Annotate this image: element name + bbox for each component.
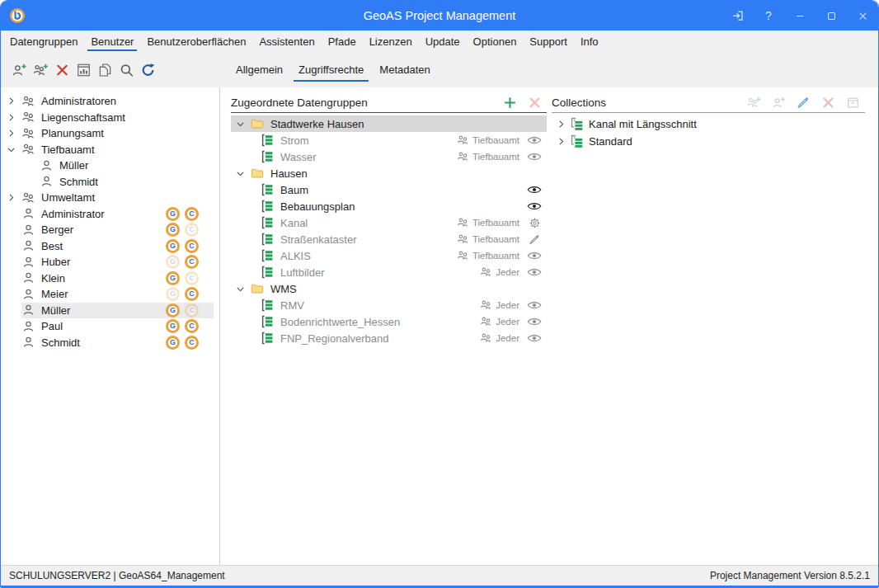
- group-row-planungsamt[interactable]: Planungsamt: [1, 125, 214, 142]
- close-button[interactable]: [847, 1, 878, 31]
- chevron-right-icon[interactable]: [1, 190, 21, 206]
- menu-item-pfade[interactable]: Pfade: [322, 31, 363, 52]
- datagroup-icon: [261, 299, 274, 312]
- group-row-tiefbauamt[interactable]: Tiefbauamt: [1, 142, 214, 158]
- chevron-down-icon[interactable]: [231, 165, 250, 181]
- eye-toggle[interactable]: [526, 152, 543, 162]
- chevron-down-icon[interactable]: [231, 280, 250, 297]
- twisty-spacer: [231, 264, 250, 280]
- user-row-meier[interactable]: MeierGC: [1, 286, 214, 303]
- member-row-schmidt[interactable]: Schmidt: [1, 174, 214, 191]
- user-icon: [21, 239, 35, 252]
- rights-badges: GC: [166, 239, 214, 253]
- folder-icon: [250, 117, 265, 130]
- menu-item-benutzeroberflachen[interactable]: Benutzeroberflächen: [140, 31, 252, 52]
- maximize-button[interactable]: [816, 1, 847, 31]
- eye-toggle[interactable]: [526, 185, 543, 195]
- report-button[interactable]: [73, 59, 94, 81]
- menu-item-info[interactable]: Info: [574, 31, 605, 52]
- eye-toggle[interactable]: [526, 267, 543, 277]
- chevron-right-icon[interactable]: [1, 93, 21, 110]
- eye-toggle[interactable]: [526, 135, 543, 145]
- copy-button[interactable]: [94, 59, 115, 81]
- delete-collection-button[interactable]: [821, 96, 835, 110]
- chevron-right-icon[interactable]: [1, 125, 21, 142]
- menu-item-support[interactable]: Support: [523, 31, 574, 52]
- menu-item-optionen[interactable]: Optionen: [467, 31, 524, 52]
- layer-row-bebauungsplan[interactable]: Bebauungsplan: [231, 198, 547, 214]
- add-datagroup-button[interactable]: [503, 96, 517, 110]
- menu-item-lizenzen[interactable]: Lizenzen: [363, 31, 419, 52]
- folder-row-wms[interactable]: WMS: [231, 280, 547, 297]
- owner-info: Tiefbauamt: [457, 134, 519, 146]
- help-button[interactable]: ?: [753, 1, 784, 31]
- gear-toggle[interactable]: [526, 217, 543, 229]
- login-button[interactable]: [722, 1, 753, 31]
- search-button[interactable]: [115, 59, 137, 81]
- chevron-right-icon[interactable]: [552, 115, 570, 133]
- layer-row-wasser[interactable]: WasserTiefbauamt: [231, 148, 547, 165]
- datagroup-label: ALKIS: [280, 250, 311, 262]
- add-group-button[interactable]: [30, 59, 51, 81]
- user-row-huber[interactable]: HuberGC: [1, 254, 214, 270]
- archive-collection-button[interactable]: [846, 96, 860, 110]
- group-row-liegenschaftsamt[interactable]: Liegenschaftsamt: [1, 110, 214, 126]
- chevron-right-icon[interactable]: [1, 110, 21, 126]
- delete-button[interactable]: [51, 59, 73, 81]
- add-collection-group-button[interactable]: [747, 96, 761, 110]
- tab-allgemein[interactable]: Allgemein: [231, 52, 288, 87]
- menu-item-benutzer[interactable]: Benutzer: [84, 31, 140, 52]
- layer-row-luftbilder[interactable]: LuftbilderJeder: [231, 264, 547, 280]
- user-row-best[interactable]: BestGC: [1, 238, 214, 255]
- collection-label: Standard: [589, 135, 632, 148]
- chevron-right-icon[interactable]: [552, 133, 570, 150]
- chevron-down-icon[interactable]: [1, 142, 21, 158]
- datagroup-icon: [261, 216, 274, 229]
- add-user-button[interactable]: [8, 59, 30, 81]
- layer-row-rmv[interactable]: RMVJeder: [231, 297, 547, 313]
- collection-row-kanal-mit-langsschnitt[interactable]: Kanal mit Längsschnitt: [552, 115, 865, 133]
- badge-c: C: [185, 287, 199, 301]
- layer-row-alkis[interactable]: ALKISTiefbauamt: [231, 247, 547, 264]
- menu-item-datengruppen[interactable]: Datengruppen: [3, 31, 84, 52]
- user-tree-label: Müller: [41, 304, 70, 317]
- eye-toggle[interactable]: [526, 201, 543, 211]
- datagroup-icon: [261, 332, 274, 345]
- eye-toggle[interactable]: [526, 300, 543, 310]
- menu-item-update[interactable]: Update: [419, 31, 467, 52]
- eye-toggle[interactable]: [526, 317, 543, 327]
- layer-row-strassenkataster[interactable]: StraßenkatasterTiefbauamt: [231, 231, 547, 247]
- layer-row-bodenrichtwerte-hessen[interactable]: Bodenrichtwerte_HessenJeder: [231, 313, 547, 330]
- refresh-button[interactable]: [137, 59, 158, 81]
- member-row-muller[interactable]: Müller: [1, 158, 214, 174]
- edit-collection-button[interactable]: [797, 96, 811, 110]
- folder-row-hausen[interactable]: Hausen: [231, 165, 547, 181]
- group-row-administratoren[interactable]: Administratoren: [1, 93, 214, 110]
- datagroup-label: Strom: [280, 134, 309, 147]
- collection-row-standard[interactable]: Standard: [552, 133, 865, 150]
- user-row-muller[interactable]: MüllerGC: [1, 303, 214, 319]
- pencil-toggle[interactable]: [526, 233, 543, 246]
- eye-toggle[interactable]: [526, 333, 543, 343]
- layer-row-kanal[interactable]: KanalTiefbauamt: [231, 214, 547, 231]
- layer-row-fnp-regionalverband[interactable]: FNP_RegionalverbandJeder: [231, 330, 547, 346]
- user-row-administrator[interactable]: AdministratorGC: [1, 206, 214, 223]
- group-row-umweltamt[interactable]: Umweltamt: [1, 190, 214, 206]
- add-collection-button[interactable]: [772, 96, 786, 110]
- tab-metadaten[interactable]: Metadaten: [374, 52, 435, 87]
- chevron-down-icon[interactable]: [231, 115, 250, 132]
- folder-row-stadtwerke-hausen[interactable]: Stadtwerke Hausen: [231, 115, 547, 132]
- eye-toggle[interactable]: [526, 251, 543, 261]
- user-row-berger[interactable]: BergerGC: [1, 222, 214, 238]
- tab-zugriffsrechte[interactable]: Zugriffsrechte: [294, 52, 369, 87]
- layer-row-strom[interactable]: StromTiefbauamt: [231, 132, 547, 148]
- user-row-klein[interactable]: KleinGC: [1, 270, 214, 287]
- minimize-button[interactable]: [784, 1, 816, 31]
- menu-item-assistenten[interactable]: Assistenten: [252, 31, 321, 52]
- user-row-paul[interactable]: PaulGC: [1, 318, 214, 335]
- datagroup-label: Luftbilder: [280, 266, 324, 279]
- layer-row-baum[interactable]: Baum: [231, 181, 547, 198]
- user-row-schmidt[interactable]: SchmidtGC: [1, 335, 214, 351]
- remove-datagroup-button[interactable]: [528, 96, 542, 110]
- titlebar[interactable]: GeoAS Project Management ?: [1, 1, 878, 31]
